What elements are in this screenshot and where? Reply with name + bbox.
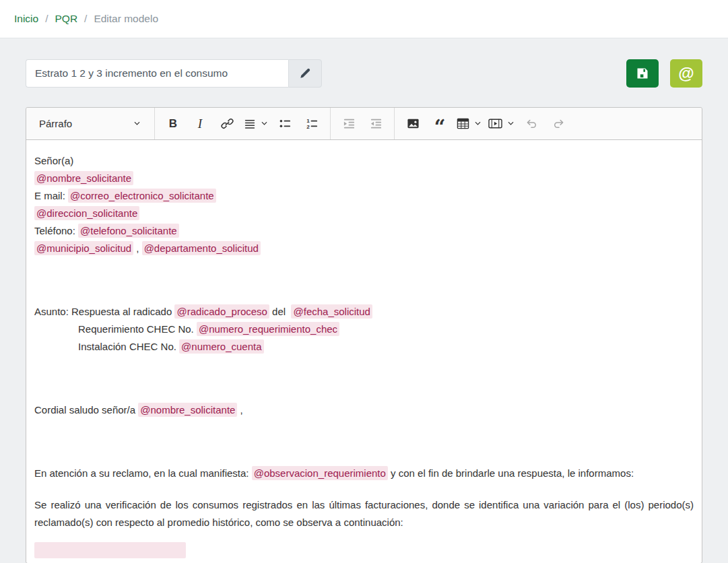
- undo-button[interactable]: [519, 112, 544, 136]
- toolbar-separator: [330, 108, 331, 139]
- paragraph: [34, 542, 694, 560]
- align-justify-icon: [244, 118, 256, 130]
- chevron-down-icon: [474, 120, 482, 127]
- insert-table-dropdown[interactable]: [454, 112, 484, 136]
- template-variable-token: @observacion_requerimiento: [252, 466, 388, 480]
- template-variable-token: @municipio_solicitud: [34, 241, 133, 255]
- template-variable-token: @numero_cuenta: [179, 339, 263, 354]
- main-area: @ PárrafoBI12“ Señor(a)@nombre_solicitan…: [0, 38, 728, 563]
- empty-paragraph: [34, 271, 694, 289]
- template-variable-token: @nombre_solicitante: [34, 171, 133, 185]
- link-icon: [221, 117, 234, 130]
- model-title-input[interactable]: [26, 59, 288, 88]
- bulleted-list-icon: [279, 117, 292, 130]
- insert-mention-button[interactable]: @: [670, 59, 702, 88]
- header-actions: @: [626, 59, 702, 88]
- italic-button[interactable]: I: [187, 112, 213, 136]
- template-variable-token: @fecha_solicitud: [291, 304, 372, 319]
- table-icon: [457, 117, 469, 130]
- indent-icon: [343, 117, 356, 130]
- pencil-icon: [299, 67, 311, 79]
- paragraph: Se realizó una verificación de los consu…: [34, 496, 694, 531]
- heading-dropdown-label: Párrafo: [39, 118, 72, 129]
- outdent-button[interactable]: [363, 112, 389, 136]
- breadcrumb: Inicio / PQR / Editar modelo: [14, 13, 158, 25]
- numbered-list-button[interactable]: 12: [299, 112, 325, 136]
- svg-text:2: 2: [306, 124, 310, 130]
- chevron-down-icon: [507, 120, 515, 127]
- bulleted-list-button[interactable]: [272, 112, 298, 136]
- template-variable-token: @nombre_solicitante: [138, 403, 237, 417]
- chevron-down-icon: [133, 120, 141, 127]
- chevron-down-icon: [261, 120, 268, 127]
- template-variable-token: @departamento_solicitud: [142, 241, 261, 255]
- block-quote-icon: “: [434, 118, 446, 129]
- breadcrumb-separator: /: [45, 13, 48, 25]
- toolbar-separator: [154, 108, 155, 139]
- bold-icon: B: [169, 117, 177, 131]
- text-alignment-dropdown[interactable]: [241, 112, 271, 136]
- indent-button[interactable]: [336, 112, 362, 136]
- rich-text-editor: PárrafoBI12“ Señor(a)@nombre_solicitante…: [26, 107, 702, 563]
- header-row: @: [26, 59, 702, 88]
- paragraph: Asunto: Respuesta al radicado @radicado_…: [34, 303, 694, 356]
- breadcrumb-link-pqr[interactable]: PQR: [55, 13, 78, 25]
- editor-content[interactable]: Señor(a)@nombre_solicitanteE mail: @corr…: [26, 140, 702, 563]
- outdent-icon: [370, 117, 383, 130]
- template-variable-token: @correo_electronico_solicitante: [68, 189, 216, 203]
- floppy-disk-icon: [635, 66, 650, 81]
- breadcrumb-link-inicio[interactable]: Inicio: [14, 13, 38, 25]
- bold-button[interactable]: B: [160, 112, 186, 136]
- redo-icon: [552, 117, 565, 130]
- breadcrumb-separator: /: [84, 13, 87, 25]
- editor-toolbar: PárrafoBI12“: [26, 108, 702, 140]
- model-title-group: [26, 59, 322, 88]
- paragraph: Señor(a)@nombre_solicitanteE mail: @corr…: [34, 152, 694, 257]
- italic-icon: I: [198, 117, 202, 131]
- template-variable-token: @radicado_proceso: [174, 304, 269, 319]
- template-variable-token: @telefono_solicitante: [78, 224, 179, 238]
- numbered-list-icon: 12: [306, 117, 319, 130]
- insert-media-dropdown[interactable]: [486, 112, 517, 136]
- top-bar: Inicio / PQR / Editar modelo: [0, 0, 728, 38]
- template-variable-token: @direccion_solicitante: [34, 206, 139, 220]
- paragraph: En atención a su reclamo, en la cual man…: [34, 465, 694, 482]
- insert-image-button[interactable]: [400, 112, 426, 136]
- media-icon: [488, 117, 502, 130]
- empty-paragraph: [34, 370, 694, 387]
- heading-dropdown[interactable]: Párrafo: [31, 112, 149, 136]
- edit-title-button[interactable]: [288, 59, 322, 88]
- image-icon: [407, 117, 420, 130]
- breadcrumb-current-page: Editar modelo: [94, 13, 158, 25]
- paragraph: Cordial saludo señor/a @nombre_solicitan…: [34, 401, 694, 419]
- block-quote-button[interactable]: “: [427, 112, 453, 136]
- undo-icon: [525, 117, 538, 130]
- save-button[interactable]: [626, 59, 659, 88]
- template-variable-token: @numero_requerimiento_chec: [197, 322, 339, 336]
- link-button[interactable]: [214, 112, 240, 136]
- template-variable-token-partial: [34, 542, 186, 558]
- toolbar-separator: [394, 108, 395, 139]
- empty-paragraph: [34, 433, 694, 451]
- redo-button[interactable]: [545, 112, 571, 136]
